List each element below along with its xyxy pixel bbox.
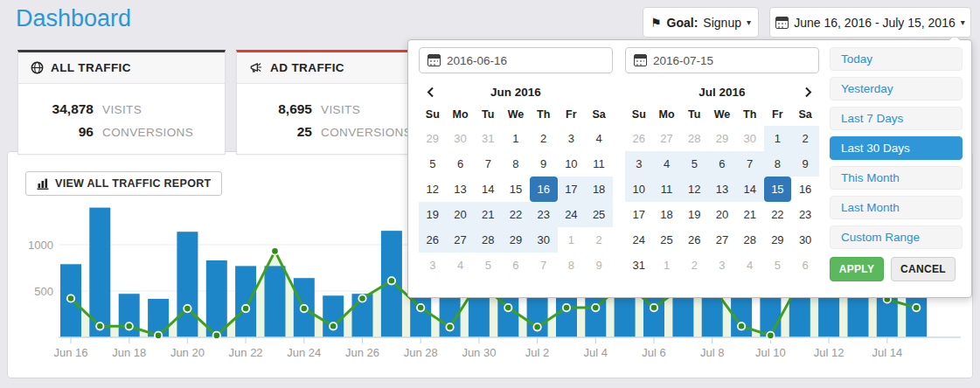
date-range-dropdown[interactable]: June 16, 2016 - July 15, 2016 ▾: [769, 7, 971, 38]
calendar-day[interactable]: 30: [736, 126, 764, 151]
calendar-day[interactable]: 20: [447, 202, 475, 227]
range-option-last-30-days[interactable]: Last 30 Days: [830, 136, 963, 160]
visits-bar-jun-21[interactable]: [206, 260, 227, 337]
calendar-day[interactable]: 26: [419, 227, 447, 253]
trend-point-jun-29[interactable]: [446, 323, 453, 330]
calendar-day[interactable]: 6: [708, 151, 736, 177]
visits-bar-jul-15[interactable]: [906, 295, 927, 337]
trend-point-jul-1[interactable]: [504, 304, 511, 311]
calendar-day[interactable]: 2: [680, 253, 708, 278]
calendar-day[interactable]: 28: [680, 126, 708, 151]
calendar-day[interactable]: 9: [530, 151, 558, 177]
range-option-this-month[interactable]: This Month: [830, 166, 963, 190]
calendar-day[interactable]: 12: [419, 177, 447, 202]
calendar-day[interactable]: 20: [708, 202, 736, 227]
calendar-day[interactable]: 4: [736, 253, 764, 278]
calendar-day[interactable]: 26: [680, 227, 708, 253]
trend-point-jun-18[interactable]: [126, 322, 133, 329]
calendar-day[interactable]: 31: [474, 126, 502, 151]
apply-button[interactable]: APPLY: [830, 257, 884, 281]
trend-point-jun-23[interactable]: [271, 247, 278, 254]
calendar-day[interactable]: 18: [585, 177, 613, 202]
trend-point-jun-27[interactable]: [388, 277, 395, 284]
calendar-day[interactable]: 24: [625, 227, 653, 253]
calendar-day[interactable]: 19: [680, 202, 708, 227]
calendar-day[interactable]: 5: [419, 151, 447, 177]
calendar-day[interactable]: 7: [736, 151, 764, 177]
calendar-day[interactable]: 10: [558, 151, 586, 177]
trend-point-jul-6[interactable]: [650, 304, 657, 311]
calendar-day[interactable]: 29: [764, 227, 792, 253]
calendar-day[interactable]: 25: [585, 202, 613, 227]
trend-point-jun-16[interactable]: [67, 294, 74, 301]
trend-point-jun-22[interactable]: [242, 305, 249, 312]
visits-bar-jun-23[interactable]: [265, 266, 286, 337]
trend-point-jul-10[interactable]: [767, 332, 774, 339]
visits-bar-jun-22[interactable]: [235, 266, 256, 337]
calendar-day[interactable]: 3: [419, 253, 447, 278]
calendar-day[interactable]: 3: [708, 253, 736, 278]
visits-bar-jun-25[interactable]: [323, 295, 344, 337]
calendar-day[interactable]: 16: [791, 177, 819, 202]
trend-point-jun-21[interactable]: [213, 332, 220, 339]
calendar-day[interactable]: 27: [653, 126, 681, 151]
trend-point-jul-2[interactable]: [533, 323, 540, 330]
calendar-day[interactable]: 30: [530, 227, 558, 253]
calendar-day[interactable]: 30: [791, 227, 819, 253]
trend-point-jul-4[interactable]: [592, 304, 599, 311]
calendar-day-selected[interactable]: 15: [764, 177, 792, 202]
calendar-day[interactable]: 10: [625, 177, 653, 202]
calendar-day[interactable]: 22: [764, 202, 792, 227]
view-all-traffic-report-button[interactable]: VIEW ALL TRAFFIC REPORT: [25, 171, 222, 196]
calendar-day[interactable]: 28: [736, 227, 764, 253]
calendar-day[interactable]: 11: [653, 177, 681, 202]
calendar-day[interactable]: 6: [791, 253, 819, 278]
range-option-today[interactable]: Today: [830, 47, 963, 71]
trend-point-jul-9[interactable]: [738, 322, 745, 329]
calendar-day[interactable]: 5: [680, 151, 708, 177]
calendar-day[interactable]: 18: [653, 202, 681, 227]
calendar-day[interactable]: 21: [736, 202, 764, 227]
calendar-day[interactable]: 28: [474, 227, 502, 253]
calendar-day[interactable]: 23: [791, 202, 819, 227]
calendar-day[interactable]: 7: [474, 151, 502, 177]
trend-point-jun-25[interactable]: [330, 322, 337, 329]
trend-point-jun-17[interactable]: [96, 322, 103, 329]
calendar-day[interactable]: 30: [447, 126, 475, 151]
calendar-day[interactable]: 8: [558, 253, 586, 278]
trend-point-jul-15[interactable]: [913, 304, 920, 311]
calendar-day[interactable]: 29: [708, 126, 736, 151]
end-date-input[interactable]: 2016-07-15: [625, 47, 819, 73]
trend-point-jun-19[interactable]: [155, 332, 162, 339]
calendar-day[interactable]: 3: [558, 126, 586, 151]
calendar-day[interactable]: 13: [708, 177, 736, 202]
calendar-day[interactable]: 27: [708, 227, 736, 253]
calendar-day[interactable]: 26: [625, 126, 653, 151]
calendar-day[interactable]: 1: [558, 227, 586, 253]
calendar-day[interactable]: 11: [585, 151, 613, 177]
calendar-day[interactable]: 17: [558, 177, 586, 202]
calendar-day[interactable]: 8: [764, 151, 792, 177]
calendar-day[interactable]: 2: [530, 126, 558, 151]
calendar-day[interactable]: 23: [530, 202, 558, 227]
calendar-day[interactable]: 6: [502, 253, 530, 278]
calendar-day[interactable]: 4: [585, 126, 613, 151]
calendar-day[interactable]: 6: [447, 151, 475, 177]
trend-point-jun-20[interactable]: [184, 305, 191, 312]
calendar-day[interactable]: 25: [653, 227, 681, 253]
calendar-day-selected[interactable]: 16: [530, 177, 558, 202]
start-date-input[interactable]: 2016-06-16: [419, 47, 613, 73]
calendar-day[interactable]: 2: [585, 227, 613, 253]
range-option-custom-range[interactable]: Custom Range: [830, 225, 963, 249]
calendar-day[interactable]: 14: [736, 177, 764, 202]
calendar-day[interactable]: 27: [447, 227, 475, 253]
calendar-day[interactable]: 5: [474, 253, 502, 278]
range-option-last-7-days[interactable]: Last 7 Days: [830, 107, 963, 130]
calendar-day[interactable]: 8: [502, 151, 530, 177]
visits-bar-jun-20[interactable]: [177, 232, 198, 337]
trend-point-jun-24[interactable]: [301, 305, 308, 312]
calendar-day[interactable]: 29: [419, 126, 447, 151]
calendar-day[interactable]: 4: [653, 151, 681, 177]
range-option-last-month[interactable]: Last Month: [830, 196, 963, 219]
calendar-day[interactable]: 4: [447, 253, 475, 278]
